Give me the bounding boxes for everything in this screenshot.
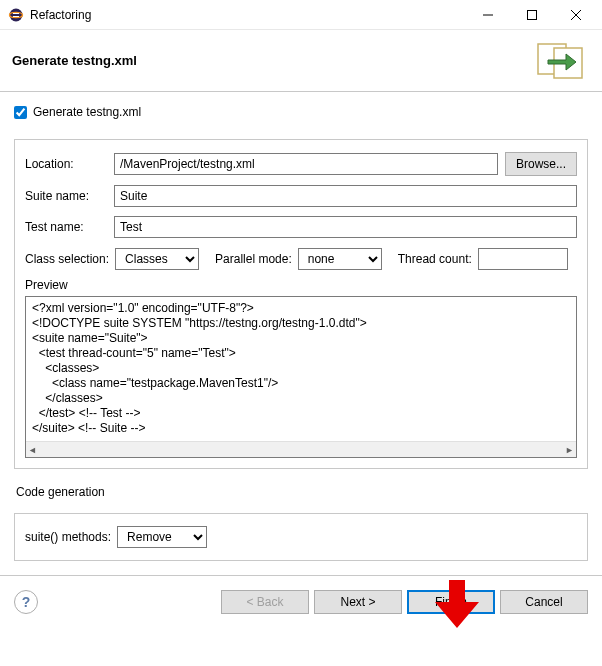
suite-methods-label: suite() methods:	[25, 530, 111, 544]
svg-point-0	[10, 8, 23, 21]
scroll-right-icon[interactable]: ►	[565, 445, 574, 455]
button-bar: ? < Back Next > Finish Cancel	[14, 586, 588, 614]
window-title: Refactoring	[30, 8, 466, 22]
parallel-mode-select[interactable]: none	[298, 248, 382, 270]
code-generation-label: Code generation	[16, 485, 588, 499]
suite-name-label: Suite name:	[25, 189, 107, 203]
suite-methods-select[interactable]: Remove	[117, 526, 207, 548]
minimize-button[interactable]	[466, 1, 510, 29]
close-button[interactable]	[554, 1, 598, 29]
class-selection-select[interactable]: Classes	[115, 248, 199, 270]
generate-testng-label: Generate testng.xml	[33, 105, 141, 119]
eclipse-icon	[8, 7, 24, 23]
svg-rect-3	[13, 16, 19, 17]
scroll-left-icon[interactable]: ◄	[28, 445, 37, 455]
test-name-label: Test name:	[25, 220, 107, 234]
preview-textarea[interactable]: <?xml version="1.0" encoding="UTF-8"?> <…	[25, 296, 577, 458]
generate-checkbox-row: Generate testng.xml	[14, 105, 588, 119]
location-label: Location:	[25, 157, 107, 171]
finish-button[interactable]: Finish	[407, 590, 495, 614]
parallel-mode-label: Parallel mode:	[215, 252, 292, 266]
test-name-input[interactable]	[114, 216, 577, 238]
divider	[0, 575, 602, 576]
next-button[interactable]: Next >	[314, 590, 402, 614]
wizard-banner: Generate testng.xml	[0, 30, 602, 92]
svg-rect-5	[528, 10, 537, 19]
thread-count-input[interactable]	[478, 248, 568, 270]
browse-button[interactable]: Browse...	[505, 152, 577, 176]
help-button[interactable]: ?	[14, 590, 38, 614]
location-input[interactable]	[114, 153, 498, 175]
preview-content: <?xml version="1.0" encoding="UTF-8"?> <…	[32, 301, 570, 436]
suite-name-input[interactable]	[114, 185, 577, 207]
main-group: Location: Browse... Suite name: Test nam…	[14, 139, 588, 469]
svg-rect-2	[13, 13, 19, 14]
wizard-heading: Generate testng.xml	[12, 53, 534, 68]
class-selection-label: Class selection:	[25, 252, 109, 266]
cancel-button[interactable]: Cancel	[500, 590, 588, 614]
generate-testng-checkbox[interactable]	[14, 106, 27, 119]
title-bar: Refactoring	[0, 0, 602, 30]
preview-label: Preview	[25, 278, 577, 292]
back-button[interactable]: < Back	[221, 590, 309, 614]
horizontal-scrollbar[interactable]: ◄ ►	[26, 441, 576, 457]
thread-count-label: Thread count:	[398, 252, 472, 266]
maximize-button[interactable]	[510, 1, 554, 29]
suite-methods-group: suite() methods: Remove	[14, 513, 588, 561]
wizard-icon	[534, 40, 590, 82]
